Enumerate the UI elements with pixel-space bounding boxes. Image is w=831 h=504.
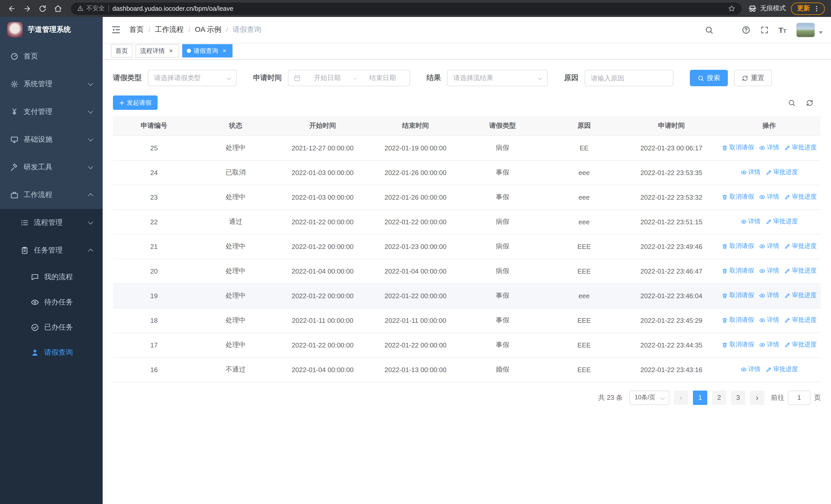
reset-button[interactable]: 重置: [734, 70, 772, 86]
create-leave-button[interactable]: 发起请假: [113, 95, 157, 110]
tab-请假查询[interactable]: 请假查询×: [182, 44, 232, 58]
cell-end: 2022-01-13 00:00:00: [369, 357, 462, 382]
cancel-action-link[interactable]: 取消请假: [722, 340, 754, 349]
page-button-3[interactable]: 3: [731, 390, 745, 405]
detail-action-link[interactable]: 详情: [759, 144, 779, 152]
page-button-2[interactable]: 2: [712, 390, 726, 405]
detail-action-link[interactable]: 详情: [759, 193, 779, 202]
sidebar-item-my-process[interactable]: 我的流程: [0, 264, 103, 290]
table-row[interactable]: 21 处理中 2022-01-22 00:00:00 2022-01-23 00…: [113, 234, 821, 259]
browser-update-button[interactable]: 更新: [791, 2, 825, 14]
progress-action-link[interactable]: 审批进度: [784, 193, 816, 202]
detail-action-link[interactable]: 详情: [759, 267, 779, 275]
table-row[interactable]: 24 已取消 2022-01-03 00:00:00 2022-01-26 00…: [113, 160, 821, 185]
cancel-action-link[interactable]: 取消请假: [722, 193, 754, 202]
sidebar-item-todo-task[interactable]: 待办任务: [0, 290, 103, 315]
browser-home-button[interactable]: [51, 2, 65, 15]
sidebar-item-done-task[interactable]: 已办任务: [0, 315, 103, 340]
browser-reload-button[interactable]: [36, 2, 49, 15]
sidebar-item-workflow[interactable]: 工作流程: [0, 181, 103, 209]
browser-back-button[interactable]: [5, 2, 19, 15]
font-size-icon[interactable]: TT: [778, 26, 786, 34]
progress-action-link[interactable]: 审批进度: [784, 144, 816, 152]
sidebar-item-payment[interactable]: 支付管理: [0, 98, 103, 126]
breadcrumb-item[interactable]: 工作流程: [155, 25, 184, 34]
cancel-action-link[interactable]: 取消请假: [722, 242, 754, 251]
cancel-action-link[interactable]: 取消请假: [722, 291, 754, 300]
progress-action-link[interactable]: 审批进度: [766, 217, 798, 226]
user-avatar-menu[interactable]: [796, 22, 823, 37]
detail-action-link[interactable]: 详情: [759, 316, 779, 325]
reason-input[interactable]: [584, 70, 674, 86]
sidebar-item-system[interactable]: 系统管理: [0, 70, 103, 98]
table-row[interactable]: 22 通过 2022-01-22 00:00:00 2022-01-22 00:…: [113, 209, 821, 234]
search-button[interactable]: 搜索: [690, 70, 728, 86]
prev-page-button[interactable]: ‹: [674, 390, 688, 405]
cancel-action-link[interactable]: 取消请假: [722, 144, 754, 152]
sidebar-fold-icon[interactable]: [111, 25, 121, 35]
github-icon[interactable]: [723, 25, 732, 34]
progress-action-link[interactable]: 审批进度: [766, 168, 798, 177]
cell-id: 18: [113, 308, 195, 333]
cell-status: 处理中: [195, 308, 276, 333]
close-icon[interactable]: ×: [167, 47, 174, 54]
url-bar[interactable]: 不安全 dashboard.yudao.iocoder.cn/bpm/oa/le…: [71, 2, 742, 14]
detail-action-link[interactable]: 详情: [740, 217, 761, 226]
chevron-up-icon: [88, 249, 93, 254]
next-page-button[interactable]: ›: [750, 390, 764, 405]
detail-action-link[interactable]: 详情: [759, 340, 779, 349]
page-button-1[interactable]: 1: [693, 390, 707, 405]
sidebar-item-process-mgmt[interactable]: 流程管理: [0, 209, 103, 237]
sidebar-menu: 首页系统管理支付管理基础设施研发工具工作流程: [0, 42, 103, 209]
help-icon[interactable]: [741, 25, 750, 34]
sidebar-item-leave-query[interactable]: 请假查询: [0, 340, 103, 365]
detail-action-link[interactable]: 详情: [759, 291, 779, 300]
progress-action-link[interactable]: 审批进度: [784, 340, 816, 349]
goto-page-input[interactable]: [788, 390, 810, 405]
progress-action-link[interactable]: 审批进度: [784, 242, 816, 251]
sidebar-item-devtools[interactable]: 研发工具: [0, 153, 103, 181]
cancel-action-link[interactable]: 取消请假: [722, 267, 754, 275]
result-select[interactable]: 请选择流结果: [447, 70, 548, 86]
close-icon[interactable]: ×: [221, 47, 228, 54]
tab-流程详情[interactable]: 流程详情×: [136, 44, 179, 58]
refresh-table-icon[interactable]: [806, 99, 813, 107]
breadcrumb-item[interactable]: OA 示例: [195, 25, 222, 34]
cancel-action-link[interactable]: 取消请假: [722, 316, 754, 325]
leave-type-select[interactable]: 请选择请假类型: [148, 70, 237, 86]
detail-action-link[interactable]: 详情: [740, 365, 761, 374]
table-row[interactable]: 25 处理中 2021-12-27 00:00:00 2022-01-19 00…: [113, 136, 821, 160]
table-header-row: 申请编号状态开始时间结束时间请假类型原因申请时间操作: [113, 116, 821, 136]
progress-action-link[interactable]: 审批进度: [784, 291, 816, 300]
browser-forward-button[interactable]: [21, 2, 34, 15]
progress-action-link[interactable]: 审批进度: [784, 316, 816, 325]
table-row[interactable]: 16 不通过 2022-01-04 00:00:00 2022-01-13 00…: [113, 357, 821, 382]
progress-action-link[interactable]: 审批进度: [784, 267, 816, 275]
tab-首页[interactable]: 首页: [111, 44, 133, 58]
toggle-search-icon[interactable]: [788, 99, 796, 107]
cell-end: 2022-01-22 00:00:00: [369, 283, 462, 308]
sidebar-item-infra[interactable]: 基础设施: [0, 126, 103, 153]
page-size-select[interactable]: 10条/页: [630, 390, 669, 405]
sidebar-item-home[interactable]: 首页: [0, 42, 103, 70]
breadcrumb-item[interactable]: 首页: [130, 25, 144, 34]
apply-time-range-picker[interactable]: 开始日期 - 结束日期: [288, 70, 410, 86]
cell-start: 2022-01-04 00:00:00: [276, 259, 369, 283]
security-indicator[interactable]: 不安全: [77, 4, 105, 13]
detail-action-link[interactable]: 详情: [740, 168, 761, 177]
progress-action-link[interactable]: 审批进度: [766, 365, 798, 374]
table-row[interactable]: 23 处理中 2022-01-03 00:00:00 2022-01-26 00…: [113, 185, 821, 209]
table-row[interactable]: 20 处理中 2022-01-04 00:00:00 2022-01-04 00…: [113, 259, 821, 283]
detail-action-link[interactable]: 详情: [759, 242, 779, 251]
menu-dots-icon[interactable]: [813, 5, 820, 12]
table-row[interactable]: 17 处理中 2022-01-22 00:00:00 2022-01-22 00…: [113, 333, 821, 357]
fullscreen-icon[interactable]: [760, 25, 769, 34]
cell-status: 不通过: [195, 357, 276, 382]
table-row[interactable]: 19 处理中 2022-01-22 00:00:00 2022-01-22 00…: [113, 283, 821, 308]
table-row[interactable]: 18 处理中 2022-01-11 00:00:00 2022-01-11 00…: [113, 308, 821, 333]
sidebar-item-task-mgmt[interactable]: 任务管理: [0, 237, 103, 264]
header-search-icon[interactable]: [705, 25, 713, 34]
bookmark-star-icon[interactable]: [728, 5, 736, 12]
app-logo[interactable]: 芋道管理系统: [0, 17, 103, 42]
cell-type: 病假: [462, 259, 543, 283]
